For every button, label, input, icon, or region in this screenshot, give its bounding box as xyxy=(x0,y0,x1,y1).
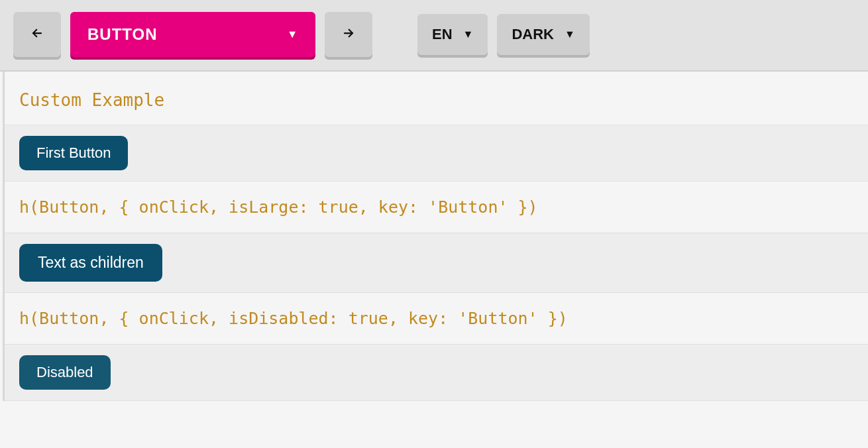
next-button[interactable] xyxy=(325,12,372,57)
theme-select[interactable]: DARK ▼ xyxy=(497,14,589,55)
chevron-down-icon: ▼ xyxy=(287,28,298,40)
example-row: Text as children xyxy=(5,233,868,293)
example-row: Disabled xyxy=(5,344,868,401)
chevron-down-icon: ▼ xyxy=(565,28,575,40)
code-snippet: h(Button, { onClick, isDisabled: true, k… xyxy=(5,293,868,344)
language-select-label: EN xyxy=(432,26,453,43)
component-select-label: BUTTON xyxy=(87,25,158,44)
component-select[interactable]: BUTTON ▼ xyxy=(70,12,315,57)
example-row: First Button xyxy=(5,125,868,182)
prev-button[interactable] xyxy=(13,12,61,57)
page-title: Custom Example xyxy=(5,72,868,125)
arrow-right-icon xyxy=(343,26,354,43)
text-as-children-button[interactable]: Text as children xyxy=(19,244,162,282)
theme-select-label: DARK xyxy=(512,26,554,43)
content-area: Custom Example First Button h(Button, { … xyxy=(3,72,868,401)
disabled-button[interactable]: Disabled xyxy=(19,355,111,390)
arrow-left-icon xyxy=(31,26,43,43)
language-select[interactable]: EN ▼ xyxy=(417,14,488,55)
chevron-down-icon: ▼ xyxy=(463,28,474,40)
toolbar: BUTTON ▼ EN ▼ DARK ▼ xyxy=(0,0,868,72)
code-snippet: h(Button, { onClick, isLarge: true, key:… xyxy=(5,182,868,233)
first-button[interactable]: First Button xyxy=(19,136,128,170)
